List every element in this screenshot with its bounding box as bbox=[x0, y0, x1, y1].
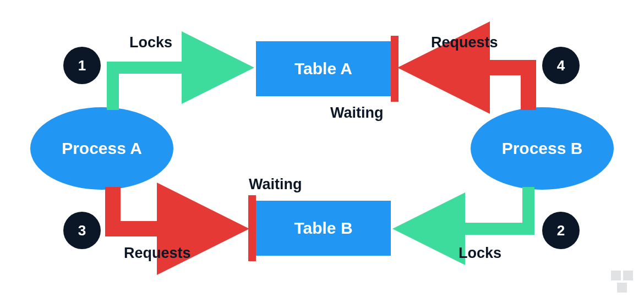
step-3-circle: 3 bbox=[63, 212, 101, 249]
step-2-number: 2 bbox=[557, 222, 565, 239]
arrow-process-b-requests-table-a bbox=[413, 68, 528, 110]
step-4-number: 4 bbox=[557, 57, 565, 74]
step-2-circle: 2 bbox=[542, 212, 580, 249]
svg-rect-2 bbox=[611, 271, 621, 280]
process-b-label: Process B bbox=[502, 139, 583, 158]
requests-label-a: Requests bbox=[124, 245, 191, 262]
requests-label-b: Requests bbox=[431, 34, 498, 51]
step-3-number: 3 bbox=[78, 222, 86, 239]
process-b-node: Process B bbox=[471, 107, 614, 190]
deadlock-diagram: Process A Process B Table A Table B 1 2 … bbox=[0, 0, 644, 303]
waiting-label-b: Waiting bbox=[249, 176, 302, 193]
step-1-number: 1 bbox=[78, 57, 86, 74]
process-a-node: Process A bbox=[30, 107, 173, 190]
arrow-process-b-locks-table-b bbox=[405, 187, 528, 229]
arrow-process-a-requests-table-b bbox=[113, 187, 234, 229]
svg-rect-3 bbox=[623, 271, 633, 280]
step-4-circle: 4 bbox=[542, 47, 580, 84]
table-b-label: Table B bbox=[294, 219, 352, 238]
locks-label-b: Locks bbox=[459, 245, 501, 262]
step-1-circle: 1 bbox=[63, 47, 101, 84]
waiting-bar-table-a bbox=[391, 36, 399, 102]
process-a-label: Process A bbox=[62, 139, 142, 158]
svg-rect-4 bbox=[617, 283, 627, 293]
table-a-label: Table A bbox=[294, 59, 352, 78]
watermark-icon bbox=[611, 271, 636, 298]
waiting-bar-table-b bbox=[248, 195, 256, 261]
table-b-node: Table B bbox=[256, 201, 391, 256]
locks-label-a: Locks bbox=[129, 34, 172, 51]
table-a-node: Table A bbox=[256, 41, 391, 96]
waiting-label-a: Waiting bbox=[330, 104, 383, 122]
arrow-process-a-locks-table-a bbox=[113, 68, 242, 110]
